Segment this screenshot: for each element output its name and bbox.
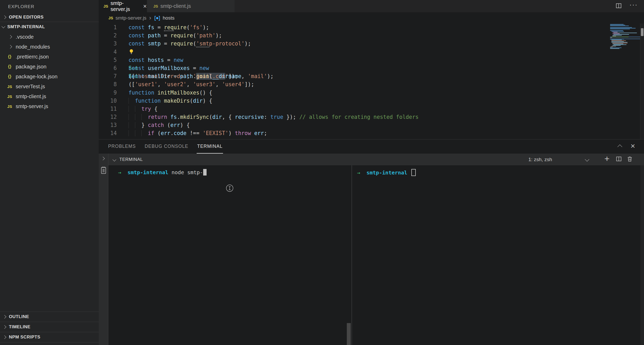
minimap-line bbox=[610, 25, 625, 25]
section-outline[interactable]: OUTLINE bbox=[0, 312, 99, 322]
code-token: 'user2' bbox=[164, 81, 186, 87]
code-token: new bbox=[174, 57, 183, 63]
lightbulb-icon[interactable] bbox=[128, 49, 134, 55]
tree-item-node_modules[interactable]: node_modules bbox=[0, 42, 99, 52]
maximize-panel-icon[interactable] bbox=[618, 144, 622, 150]
code-line-14[interactable]: 14 if (err.code !== 'EEXIST') throw err; bbox=[99, 129, 644, 137]
minimap[interactable] bbox=[610, 24, 640, 139]
section-label: NPM SCRIPTS bbox=[9, 335, 40, 340]
code-token: ( bbox=[193, 40, 196, 47]
tree-item-.vscode[interactable]: .vscode bbox=[0, 32, 99, 42]
code-token: p-protocol' bbox=[209, 40, 245, 47]
code-line-5[interactable]: 5const hosts = new Set(['hostmeister.de'… bbox=[99, 56, 644, 64]
minimap-line bbox=[610, 47, 613, 47]
code-token: fs bbox=[170, 114, 177, 120]
tree-item-smtp-server.js[interactable]: JSsmtp-server.js bbox=[0, 101, 99, 111]
line-content: const path = require('path'); bbox=[117, 32, 222, 40]
code-token: 'mail' bbox=[248, 73, 267, 79]
code-token: const bbox=[128, 73, 145, 79]
minimap-line bbox=[610, 30, 623, 31]
code-token: = bbox=[190, 65, 200, 71]
file-tree: .vscodenode_modules{}.prettierrc.json{}p… bbox=[0, 32, 99, 111]
code-token bbox=[128, 114, 148, 120]
code-token: , bbox=[241, 73, 248, 79]
code-line-13[interactable]: 13 } catch (err) { bbox=[99, 121, 644, 129]
code-token: require bbox=[170, 32, 193, 39]
terminal-pane-divider[interactable] bbox=[352, 165, 352, 345]
terminal-header-label: TERMINAL bbox=[119, 157, 143, 162]
code-token: !== bbox=[186, 130, 203, 136]
code-token bbox=[145, 40, 148, 47]
code-token: ( bbox=[186, 24, 190, 31]
code-line-7[interactable]: 7const mailDir = path.join(__dirname, 'm… bbox=[99, 72, 644, 80]
minimap-line bbox=[611, 46, 616, 46]
split-terminal-icon[interactable] bbox=[616, 156, 622, 163]
tree-item-label: smtp-server.js bbox=[16, 103, 48, 109]
js-file-icon: JS bbox=[153, 4, 158, 8]
terminal-shell-label[interactable]: 1: zsh, zsh bbox=[528, 157, 552, 162]
editor-scrollbar[interactable] bbox=[640, 24, 644, 139]
code-editor[interactable]: 1const fs = require('fs');2const path = … bbox=[99, 24, 644, 139]
terminal-dropdown-icon[interactable] bbox=[581, 157, 592, 162]
new-terminal-icon[interactable]: + bbox=[604, 154, 610, 164]
code-token bbox=[128, 122, 141, 128]
line-content: const hosts = new Set(['hostmeister.de',… bbox=[117, 56, 238, 64]
code-line-11[interactable]: 11 try { bbox=[99, 105, 644, 113]
open-editors-label: OPEN EDITORS bbox=[9, 15, 44, 20]
kill-terminal-icon[interactable] bbox=[627, 156, 633, 163]
tree-item-package.json[interactable]: {}package.json bbox=[0, 62, 99, 72]
code-token: ) { bbox=[203, 98, 212, 104]
tab-label: smtp-server.js bbox=[110, 0, 138, 12]
editor-scrollbar-thumb[interactable] bbox=[641, 28, 643, 36]
tree-item-serverTest.js[interactable]: JSserverTest.js bbox=[0, 81, 99, 91]
project-header[interactable]: SMTP-INTERNAL bbox=[0, 22, 99, 32]
tab-smtp-client.js[interactable]: JSsmtp-client.js bbox=[147, 0, 235, 12]
tree-item-package-lock.json[interactable]: {}package-lock.json bbox=[0, 72, 99, 81]
panel-tab-terminal[interactable]: TERMINAL bbox=[197, 139, 223, 154]
code-token: recursive bbox=[235, 114, 264, 120]
line-number: 6 bbox=[99, 64, 117, 72]
code-token: uire bbox=[174, 24, 186, 31]
close-panel-icon[interactable]: × bbox=[630, 142, 635, 150]
line-content: return fs.mkdirSync(dir, { recursive: tr… bbox=[117, 113, 419, 121]
code-line-4[interactable]: 4 bbox=[99, 48, 644, 56]
code-token: ; bbox=[264, 130, 267, 136]
code-token: . bbox=[177, 114, 180, 120]
tab-smtp-server.js[interactable]: JSsmtp-server.js× bbox=[99, 0, 147, 12]
code-line-12[interactable]: 12 return fs.mkdirSync(dir, { recursive:… bbox=[99, 113, 644, 121]
section-timeline[interactable]: TIMELINE bbox=[0, 322, 99, 332]
panel-tab-problems[interactable]: PROBLEMS bbox=[108, 139, 136, 154]
line-number: 12 bbox=[99, 113, 117, 121]
tree-item-.prettierrc.json[interactable]: {}.prettierrc.json bbox=[0, 52, 99, 62]
code-line-9[interactable]: 9function initMailboxes() { bbox=[99, 89, 644, 97]
code-line-10[interactable]: 10 function makeDirs(dir) { bbox=[99, 97, 644, 105]
more-actions-icon[interactable]: ··· bbox=[629, 1, 638, 9]
open-editors-header[interactable]: OPEN EDITORS bbox=[0, 13, 99, 22]
terminal-chevron-down-icon[interactable] bbox=[113, 157, 116, 161]
breadcrumb-file[interactable]: smtp-server.js bbox=[115, 15, 146, 21]
line-number: 11 bbox=[99, 105, 117, 113]
terminal-scrollbar-thumb[interactable] bbox=[347, 323, 351, 345]
js-file-icon: JS bbox=[103, 4, 108, 8]
section-npm-scripts[interactable]: NPM SCRIPTS bbox=[0, 332, 99, 342]
code-line-2[interactable]: 2const path = require('path'); bbox=[99, 32, 644, 40]
expand-terminal-icon[interactable] bbox=[101, 157, 105, 160]
code-token bbox=[183, 57, 186, 63]
terminal-pane-2[interactable]: → smtp-internal bbox=[352, 165, 640, 345]
tree-item-label: .vscode bbox=[16, 34, 34, 40]
code-token: function bbox=[128, 90, 154, 96]
code-token: = bbox=[164, 57, 174, 63]
split-editor-icon[interactable] bbox=[615, 2, 622, 10]
tree-item-smtp-client.js[interactable]: JSsmtp-client.js bbox=[0, 91, 99, 101]
code-line-3[interactable]: 3const smtp = require('smtp-protocol'); bbox=[99, 40, 644, 48]
code-line-1[interactable]: 1const fs = require('fs'); bbox=[99, 24, 644, 32]
panel-tab-debug-console[interactable]: DEBUG CONSOLE bbox=[144, 139, 189, 154]
code-token: hosts bbox=[148, 57, 164, 63]
json-file-icon: {} bbox=[6, 64, 14, 69]
close-tab-icon[interactable]: × bbox=[143, 3, 147, 9]
code-token: code bbox=[174, 130, 186, 136]
notepad-icon[interactable] bbox=[100, 165, 107, 176]
prompt-cwd: smtp-internal bbox=[127, 169, 168, 176]
breadcrumb-symbol[interactable]: hosts bbox=[163, 15, 174, 21]
code-line-6[interactable]: 6const userMailboxes = new Set(['user1',… bbox=[99, 64, 644, 72]
